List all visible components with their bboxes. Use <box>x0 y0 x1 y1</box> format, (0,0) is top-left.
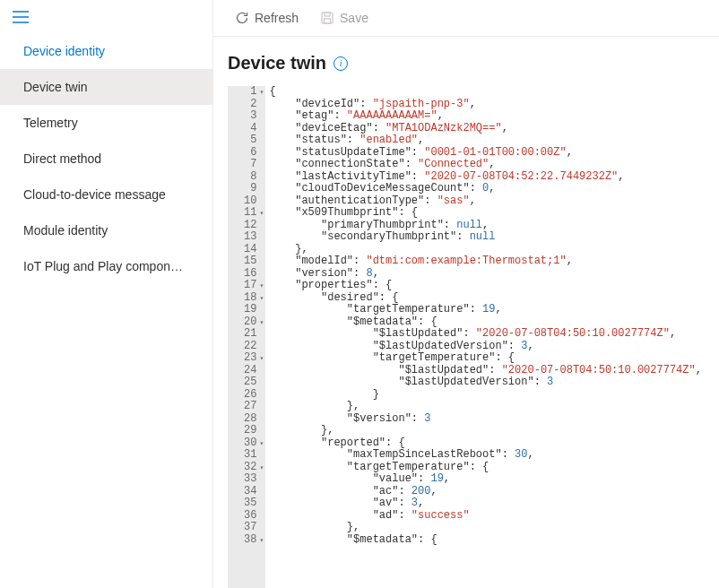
line-number: 15 <box>244 255 256 268</box>
line-number: 1 <box>244 86 256 99</box>
code-line[interactable]: "x509Thumbprint": { <box>269 207 719 220</box>
code-line[interactable]: "properties": { <box>269 280 719 292</box>
code-line[interactable]: "status": "enabled", <box>269 134 719 147</box>
code-line[interactable]: "connectionState": "Connected", <box>269 159 719 171</box>
line-number: 18 <box>244 292 256 305</box>
svg-rect-3 <box>322 13 333 23</box>
code-line[interactable]: "statusUpdateTime": "0001-01-01T00:00:00… <box>269 147 719 160</box>
line-number: 12 <box>244 220 256 232</box>
line-number: 6 <box>244 147 256 160</box>
code-line[interactable]: "version": 8, <box>269 268 719 281</box>
sidebar-item-device-twin[interactable]: Device twin <box>0 69 212 105</box>
line-number: 9 <box>244 183 256 195</box>
code-line[interactable]: "ac": 200, <box>269 486 719 498</box>
line-number: 5 <box>244 134 256 147</box>
code-line[interactable]: }, <box>269 425 719 437</box>
line-number: 29 <box>244 425 256 437</box>
line-number: 33 <box>244 473 256 486</box>
code-line[interactable]: "$lastUpdatedVersion": 3, <box>269 341 719 353</box>
code-line[interactable]: "targetTemperature": 19, <box>269 304 719 316</box>
code-line[interactable]: "$version": 3 <box>269 413 719 426</box>
main-panel: Refresh Save Device twin i 1234567891011… <box>213 0 719 588</box>
sidebar-item-telemetry[interactable]: Telemetry <box>0 105 212 141</box>
code-line[interactable]: "$lastUpdatedVersion": 3 <box>269 376 719 389</box>
line-number: 11 <box>244 207 256 220</box>
line-number: 31 <box>244 449 256 462</box>
sidebar-item-device-identity[interactable]: Device identity <box>0 33 212 69</box>
json-editor[interactable]: 1234567891011121314151617181920212223242… <box>213 86 719 588</box>
line-number: 8 <box>244 171 256 184</box>
toolbar: Refresh Save <box>213 0 719 37</box>
code-line[interactable]: "ad": "success" <box>269 510 719 523</box>
line-number: 24 <box>244 365 256 377</box>
svg-rect-5 <box>325 19 331 23</box>
info-icon[interactable]: i <box>334 56 348 71</box>
line-number: 3 <box>244 110 256 123</box>
hamburger-icon <box>13 11 29 23</box>
line-number: 10 <box>244 195 256 208</box>
line-number: 35 <box>244 497 256 510</box>
code-line[interactable]: "deviceEtag": "MTA1ODAzNzk2MQ==", <box>269 123 719 135</box>
line-number: 36 <box>244 510 256 523</box>
line-number: 27 <box>244 401 256 413</box>
line-number: 21 <box>244 328 256 341</box>
code-line[interactable]: "cloudToDeviceMessageCount": 0, <box>269 183 719 195</box>
sidebar: Device identity Device twin Telemetry Di… <box>0 0 213 588</box>
code-area[interactable]: { "deviceId": "jspaith-pnp-3", "etag": "… <box>265 86 719 588</box>
line-number: 19 <box>244 304 256 316</box>
line-number: 38 <box>244 534 256 547</box>
line-number: 23 <box>244 352 256 365</box>
page-title: Device twin <box>228 53 326 74</box>
svg-rect-4 <box>325 13 330 16</box>
line-number: 14 <box>244 244 256 256</box>
code-line[interactable]: "primaryThumbprint": null, <box>269 220 719 232</box>
code-line[interactable]: }, <box>269 244 719 256</box>
sidebar-nav: Device identity Device twin Telemetry Di… <box>0 33 212 284</box>
code-line[interactable]: }, <box>269 522 719 534</box>
code-line[interactable]: "$metadata": { <box>269 534 719 547</box>
code-line[interactable]: "authenticationType": "sas", <box>269 195 719 208</box>
code-line[interactable]: "$metadata": { <box>269 316 719 329</box>
line-number: 37 <box>244 522 256 534</box>
app-root: Device identity Device twin Telemetry Di… <box>0 0 719 588</box>
line-number: 20 <box>244 316 256 329</box>
code-line[interactable]: } <box>269 389 719 402</box>
line-number: 22 <box>244 341 256 353</box>
sidebar-item-iot-plug-and-play[interactable]: IoT Plug and Play compone… <box>0 248 212 284</box>
line-number: 32 <box>244 462 256 474</box>
line-number: 7 <box>244 159 256 171</box>
hamburger-button[interactable] <box>0 0 212 33</box>
code-line[interactable]: "value": 19, <box>269 473 719 486</box>
line-number: 26 <box>244 389 256 402</box>
code-line[interactable]: "secondaryThumbprint": null <box>269 231 719 244</box>
page-title-row: Device twin i <box>213 37 719 86</box>
line-number: 17 <box>244 280 256 292</box>
line-number: 16 <box>244 268 256 281</box>
line-number-gutter: 1234567891011121314151617181920212223242… <box>228 86 265 588</box>
code-line[interactable]: "av": 3, <box>269 497 719 510</box>
code-line[interactable]: "maxTempSinceLastReboot": 30, <box>269 449 719 462</box>
line-number: 25 <box>244 376 256 389</box>
code-line[interactable]: }, <box>269 401 719 413</box>
code-line[interactable]: "deviceId": "jspaith-pnp-3", <box>269 99 719 111</box>
line-number: 4 <box>244 123 256 135</box>
code-line[interactable]: "$lastUpdated": "2020-07-08T04:50:10.002… <box>269 365 719 377</box>
refresh-label: Refresh <box>255 11 299 25</box>
line-number: 28 <box>244 413 256 426</box>
refresh-button[interactable]: Refresh <box>228 7 306 29</box>
code-line[interactable]: "reported": { <box>269 437 719 450</box>
code-line[interactable]: "targetTemperature": { <box>269 462 719 474</box>
code-line[interactable]: { <box>269 86 719 99</box>
code-line[interactable]: "targetTemperature": { <box>269 352 719 365</box>
line-number: 13 <box>244 231 256 244</box>
code-line[interactable]: "etag": "AAAAAAAAAAM=", <box>269 110 719 123</box>
line-number: 30 <box>244 437 256 450</box>
sidebar-item-direct-method[interactable]: Direct method <box>0 141 212 177</box>
code-line[interactable]: "$lastUpdated": "2020-07-08T04:50:10.002… <box>269 328 719 341</box>
code-line[interactable]: "desired": { <box>269 292 719 305</box>
sidebar-item-module-identity[interactable]: Module identity <box>0 212 212 248</box>
code-line[interactable]: "lastActivityTime": "2020-07-08T04:52:22… <box>269 171 719 184</box>
save-icon <box>320 11 334 25</box>
sidebar-item-cloud-to-device-message[interactable]: Cloud-to-device message <box>0 177 212 212</box>
code-line[interactable]: "modelId": "dtmi:com:example:Thermostat;… <box>269 255 719 268</box>
